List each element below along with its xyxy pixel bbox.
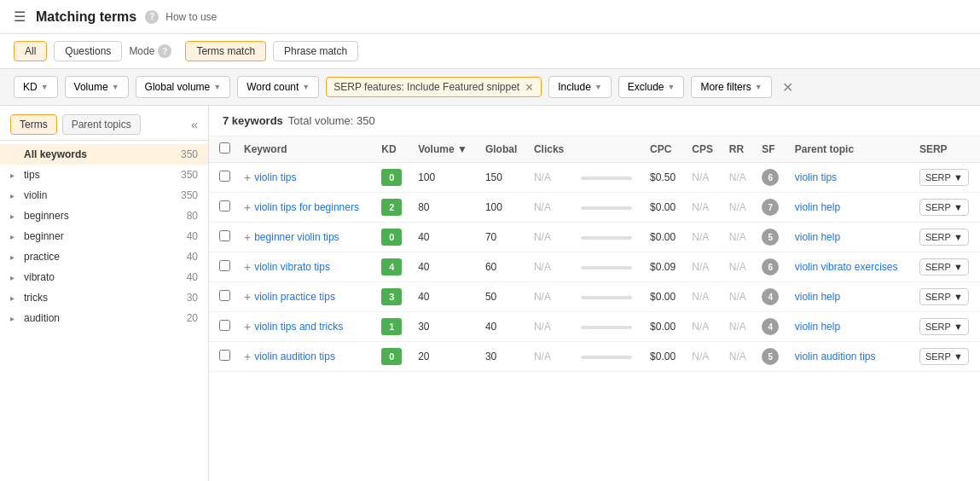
sidebar-item[interactable]: ▸ audition 20 — [0, 308, 208, 328]
all-tab[interactable]: All — [14, 41, 47, 61]
sidebar-item[interactable]: ▸ beginner 40 — [0, 226, 208, 246]
row-serp-cell[interactable]: SERP ▼ — [913, 223, 980, 252]
keyword-link[interactable]: violin tips for beginners — [254, 201, 359, 213]
keyword-link[interactable]: violin tips — [254, 171, 296, 183]
sidebar-item[interactable]: ▸ vibrato 40 — [0, 267, 208, 287]
more-filters-arrow-icon: ▼ — [755, 83, 763, 91]
row-checkbox-cell[interactable] — [209, 342, 237, 372]
serp-dropdown[interactable]: SERP ▼ — [919, 169, 969, 186]
keyword-link[interactable]: beginner violin tips — [254, 231, 339, 243]
parent-topic-link[interactable]: violin help — [795, 321, 840, 333]
hamburger-icon[interactable]: ☰ — [14, 9, 26, 25]
row-global-cell: 70 — [478, 223, 527, 252]
row-parent-cell: violin help — [788, 312, 913, 342]
parent-topic-link[interactable]: violin audition tips — [795, 351, 876, 362]
select-all-checkbox[interactable] — [219, 142, 230, 154]
sidebar-item[interactable]: All keywords 350 — [0, 144, 208, 165]
row-parent-cell: violin tips — [788, 163, 913, 193]
keyword-link[interactable]: violin audition tips — [254, 351, 335, 362]
add-keyword-icon[interactable]: + — [244, 290, 251, 304]
sidebar-item[interactable]: ▸ beginners 80 — [0, 206, 208, 226]
row-checkbox-cell[interactable] — [209, 282, 237, 312]
row-checkbox-cell[interactable] — [209, 163, 237, 193]
keyword-link[interactable]: violin vibrato tips — [254, 261, 330, 273]
sidebar-kw-count: 20 — [187, 312, 198, 324]
parent-topic-link[interactable]: violin help — [795, 291, 840, 303]
row-checkbox[interactable] — [219, 230, 230, 241]
row-checkbox[interactable] — [219, 171, 230, 182]
kd-badge: 0 — [381, 169, 402, 186]
row-kd-cell: 2 — [374, 193, 411, 223]
row-serp-cell[interactable]: SERP ▼ — [913, 342, 980, 372]
keyword-link[interactable]: violin tips and tricks — [254, 321, 343, 333]
row-cps-cell: N/A — [685, 312, 722, 342]
serp-dropdown[interactable]: SERP ▼ — [919, 348, 969, 365]
parent-topic-link[interactable]: violin help — [795, 231, 840, 243]
row-serp-cell[interactable]: SERP ▼ — [913, 163, 980, 193]
how-to-use-link[interactable]: How to use — [165, 11, 217, 23]
row-serp-cell[interactable]: SERP ▼ — [913, 312, 980, 342]
parent-topic-link[interactable]: violin tips — [795, 171, 837, 183]
row-checkbox-cell[interactable] — [209, 223, 237, 252]
row-serp-cell[interactable]: SERP ▼ — [913, 282, 980, 312]
serp-dropdown[interactable]: SERP ▼ — [919, 199, 969, 216]
row-serp-cell[interactable]: SERP ▼ — [913, 193, 980, 223]
sidebar-item[interactable]: ▸ tricks 30 — [0, 287, 208, 308]
parent-topic-link[interactable]: violin vibrato exercises — [795, 261, 898, 273]
mode-help-icon[interactable]: ? — [158, 44, 171, 58]
exclude-dropdown[interactable]: Exclude ▼ — [618, 76, 685, 98]
include-dropdown[interactable]: Include ▼ — [548, 76, 612, 98]
row-checkbox-cell[interactable] — [209, 252, 237, 282]
add-keyword-icon[interactable]: + — [244, 350, 251, 363]
volume-col[interactable]: Volume ▼ — [411, 136, 478, 163]
help-icon[interactable]: ? — [145, 10, 159, 24]
serp-dropdown[interactable]: SERP ▼ — [919, 229, 969, 246]
row-checkbox[interactable] — [219, 320, 230, 331]
row-serp-cell[interactable]: SERP ▼ — [913, 252, 980, 282]
row-checkbox[interactable] — [219, 260, 230, 271]
add-keyword-icon[interactable]: + — [244, 260, 251, 274]
terms-sidebar-tab[interactable]: Terms — [10, 114, 57, 135]
serp-dropdown[interactable]: SERP ▼ — [919, 258, 969, 275]
add-keyword-icon[interactable]: + — [244, 171, 251, 184]
sidebar-kw-count: 350 — [181, 189, 198, 201]
terms-match-tab[interactable]: Terms match — [185, 41, 266, 61]
row-checkbox-cell[interactable] — [209, 193, 237, 223]
add-keyword-icon[interactable]: + — [244, 200, 251, 214]
row-bar-cell — [574, 342, 643, 372]
row-checkbox[interactable] — [219, 350, 230, 361]
row-cps-cell: N/A — [685, 163, 722, 193]
serp-filter-close[interactable]: ✕ — [525, 82, 534, 93]
volume-arrow-icon: ▼ — [112, 83, 119, 91]
row-checkbox[interactable] — [219, 200, 230, 212]
cpc-col: CPC — [643, 136, 685, 163]
keyword-link[interactable]: violin practice tips — [254, 291, 335, 303]
sidebar-item[interactable]: ▸ practice 40 — [0, 246, 208, 267]
mode-label: Mode ? — [129, 44, 178, 58]
select-all-col[interactable] — [209, 136, 237, 163]
serp-dropdown[interactable]: SERP ▼ — [919, 318, 969, 335]
filter-bar: All Questions Mode ? Terms match Phrase … — [0, 34, 980, 69]
row-checkbox-cell[interactable] — [209, 312, 237, 342]
row-rr-cell: N/A — [722, 193, 756, 223]
word-count-dropdown[interactable]: Word count ▼ — [237, 76, 319, 98]
collapse-sidebar-icon[interactable]: « — [191, 118, 198, 131]
sidebar-kw-count: 80 — [187, 210, 198, 222]
word-count-arrow-icon: ▼ — [302, 83, 310, 91]
sidebar-item[interactable]: ▸ tips 350 — [0, 165, 208, 185]
questions-tab[interactable]: Questions — [54, 41, 122, 61]
kd-badge: 4 — [381, 258, 402, 275]
add-keyword-icon[interactable]: + — [244, 230, 251, 244]
volume-dropdown[interactable]: Volume ▼ — [65, 76, 129, 98]
parent-topic-link[interactable]: violin help — [795, 201, 840, 213]
parent-topics-sidebar-tab[interactable]: Parent topics — [62, 114, 141, 135]
toolbar-close-icon[interactable]: ✕ — [782, 79, 793, 96]
row-checkbox[interactable] — [219, 290, 230, 301]
add-keyword-icon[interactable]: + — [244, 320, 251, 333]
more-filters-dropdown[interactable]: More filters ▼ — [691, 76, 771, 98]
global-volume-dropdown[interactable]: Global volume ▼ — [136, 76, 231, 98]
phrase-match-tab[interactable]: Phrase match — [273, 41, 358, 61]
kd-dropdown[interactable]: KD ▼ — [14, 76, 58, 98]
serp-dropdown[interactable]: SERP ▼ — [919, 288, 969, 305]
sidebar-item[interactable]: ▸ violin 350 — [0, 185, 208, 206]
